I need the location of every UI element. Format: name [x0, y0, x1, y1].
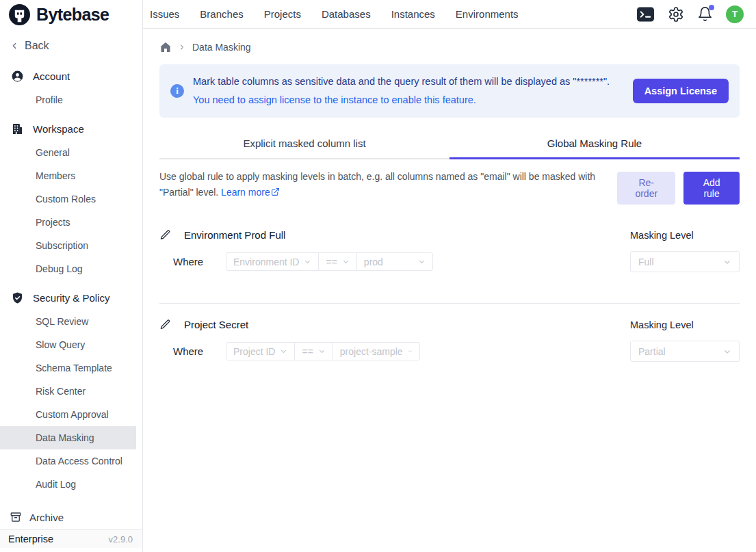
notifications-bell-icon[interactable]: [697, 6, 713, 22]
page-content: Data Masking i Mark table columns as sen…: [143, 29, 756, 552]
masking-level-label: Masking Level: [630, 230, 740, 241]
chevron-down-icon: [342, 258, 350, 265]
sidebar-item-data-access-control[interactable]: Data Access Control: [0, 449, 136, 473]
chevron-down-icon: [318, 347, 326, 355]
plan-name: Enterprise: [8, 534, 53, 544]
chevron-down-icon: [304, 258, 311, 265]
condition-factor-select[interactable]: Environment ID: [226, 252, 319, 271]
sidebar-item-schema-template[interactable]: Schema Template: [0, 356, 136, 380]
user-avatar[interactable]: T: [726, 5, 744, 23]
assign-license-button[interactable]: Assign License: [633, 79, 729, 103]
edit-pencil-icon[interactable]: [159, 319, 171, 330]
sidebar-item-debug-log[interactable]: Debug Log: [0, 257, 136, 280]
breadcrumb-current-page: Data Masking: [192, 42, 251, 53]
condition-operator-select[interactable]: ==: [294, 342, 333, 360]
archive-button[interactable]: Archive: [0, 506, 142, 529]
nav-item-environments[interactable]: Environments: [456, 8, 519, 20]
back-button[interactable]: Back: [0, 29, 142, 56]
chevron-down-icon: [280, 347, 287, 355]
breadcrumb: Data Masking: [159, 29, 740, 53]
sidebar-item-projects[interactable]: Projects: [0, 211, 136, 234]
top-navbar: Issues Branches Projects Databases Insta…: [143, 0, 756, 29]
info-icon: i: [170, 84, 184, 98]
sidebar-nav-list: Account Profile Wor: [0, 56, 142, 506]
rule-title-row: Project Secret Masking Level: [159, 319, 740, 330]
chevron-down-icon: [418, 258, 426, 265]
banner-line2: You need to assign license to the instan…: [193, 91, 624, 109]
masking-level-label: Masking Level: [630, 319, 740, 330]
settings-gear-icon[interactable]: [668, 6, 684, 23]
chevron-right-icon: [178, 43, 186, 51]
rule-condition-row: Where Environment ID == prod: [159, 251, 740, 272]
section-account: Account: [0, 64, 142, 88]
masking-level-select[interactable]: Partial: [630, 341, 740, 362]
rules-toolbar: Use global rule to apply masking levels …: [159, 169, 740, 205]
rule-title: Project Secret: [184, 319, 248, 330]
plan-footer: Enterprise v2.9.0: [0, 529, 142, 548]
condition-operator-select[interactable]: ==: [318, 252, 356, 271]
home-icon[interactable]: [159, 41, 172, 53]
notification-dot: [709, 5, 714, 10]
learn-more-label: Learn more: [221, 187, 270, 198]
archive-label: Archive: [29, 512, 64, 523]
nav-item-projects[interactable]: Projects: [264, 8, 301, 20]
condition-factor-value: Environment ID: [233, 257, 299, 267]
main-panel: Issues Branches Projects Databases Insta…: [143, 0, 756, 552]
chevron-left-icon: [10, 41, 19, 51]
masking-rule-card: Project Secret Masking Level Where Proje…: [159, 319, 740, 362]
edit-pencil-icon[interactable]: [159, 229, 171, 241]
nav-item-issues[interactable]: Issues: [150, 8, 179, 20]
external-link-icon: [271, 185, 280, 201]
sidebar-item-custom-approval[interactable]: Custom Approval: [0, 403, 136, 426]
rules-description: Use global rule to apply masking levels …: [159, 169, 617, 201]
masking-level-value: Partial: [638, 346, 666, 357]
sidebar-item-general[interactable]: General: [0, 141, 136, 164]
sidebar-item-sql-review[interactable]: SQL Review: [0, 310, 136, 333]
condition-select-group: Project ID == project-sample: [226, 342, 420, 360]
rule-title-row: Environment Prod Full Masking Level: [159, 229, 740, 241]
masking-level-value: Full: [638, 257, 654, 267]
nav-item-databases[interactable]: Databases: [322, 8, 371, 20]
sidebar-item-subscription[interactable]: Subscription: [0, 234, 136, 257]
learn-more-link[interactable]: Learn more: [221, 187, 280, 198]
add-rule-button[interactable]: Add rule: [683, 172, 740, 205]
rule-condition-row: Where Project ID == project-sample: [159, 341, 740, 362]
chevron-down-icon: [723, 347, 731, 356]
condition-value-select[interactable]: project-sample: [333, 342, 420, 360]
bytebase-logo[interactable]: Bytebase: [0, 0, 142, 29]
condition-factor-select[interactable]: Project ID: [226, 342, 295, 360]
toolbar-buttons: Re-order Add rule: [617, 169, 740, 205]
condition-operator-value: ==: [326, 257, 337, 267]
chevron-down-icon: [408, 347, 413, 355]
nav-item-branches[interactable]: Branches: [200, 8, 243, 20]
sidebar-item-custom-roles[interactable]: Custom Roles: [0, 187, 136, 211]
sidebar-item-slow-query[interactable]: Slow Query: [0, 333, 136, 356]
sql-editor-terminal-icon[interactable]: [636, 6, 655, 23]
sidebar-item-data-masking[interactable]: Data Masking: [0, 426, 136, 449]
section-security-policy-title: Security & Policy: [33, 292, 110, 304]
rules-description-line1: Use global rule to apply masking levels …: [159, 171, 595, 182]
sidebar-item-members[interactable]: Members: [0, 164, 136, 187]
condition-operator-value: ==: [302, 346, 313, 357]
nav-item-instances[interactable]: Instances: [391, 8, 435, 20]
license-info-banner: i Mark table columns as sensitive data a…: [159, 64, 740, 118]
banner-line1: Mark table columns as sensitive data and…: [193, 73, 624, 91]
tab-explicit-masked-column-list[interactable]: Explicit masked column list: [159, 131, 449, 159]
condition-value-select[interactable]: prod: [356, 252, 433, 271]
banner-text: Mark table columns as sensitive data and…: [193, 73, 624, 109]
bytebase-logo-icon: [8, 3, 31, 26]
sidebar-item-audit-log[interactable]: Audit Log: [0, 473, 136, 496]
masking-level-select[interactable]: Full: [630, 251, 740, 272]
tab-global-masking-rule[interactable]: Global Masking Rule: [449, 131, 740, 159]
plan-version: v2.9.0: [109, 534, 133, 544]
app-window: Bytebase Back Account Profile: [0, 0, 756, 552]
where-label: Where: [173, 256, 217, 267]
masking-rule-card: Environment Prod Full Masking Level Wher…: [159, 229, 740, 272]
section-account-title: Account: [33, 70, 70, 82]
sidebar-item-risk-center[interactable]: Risk Center: [0, 380, 136, 403]
rule-title: Environment Prod Full: [184, 229, 285, 241]
reorder-button[interactable]: Re-order: [617, 172, 675, 205]
condition-factor-value: Project ID: [233, 346, 275, 357]
where-label: Where: [173, 345, 217, 357]
sidebar-item-profile[interactable]: Profile: [0, 88, 136, 111]
